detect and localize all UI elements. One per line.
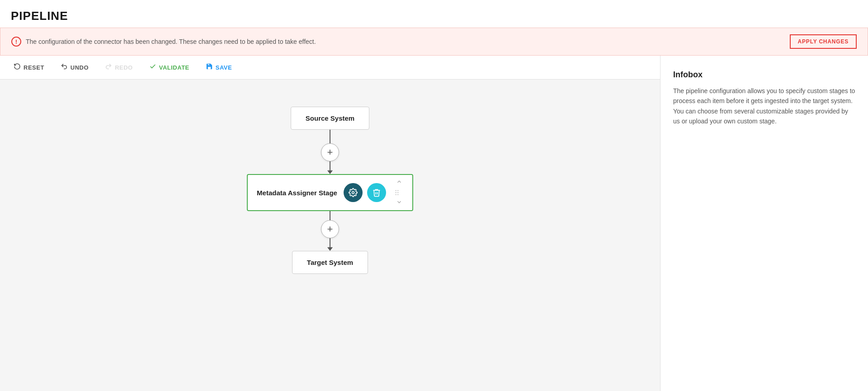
drag-icon (393, 188, 401, 197)
alert-left: ! The configuration of the connector has… (11, 37, 316, 47)
validate-icon (149, 63, 156, 72)
svg-point-2 (397, 190, 398, 191)
pipeline-flow: Source System + (247, 98, 413, 274)
trash-icon (372, 188, 381, 197)
svg-point-1 (396, 190, 396, 191)
stage-label: Metadata Assigner Stage (257, 189, 337, 197)
alert-text: The configuration of the connector has b… (26, 38, 316, 45)
chevron-up-area (392, 178, 406, 187)
target-system-label: Target System (307, 259, 353, 266)
infobox-title: Infobox (673, 70, 855, 80)
pipeline-canvas: Source System + (0, 80, 660, 391)
source-system-label: Source System (306, 114, 354, 122)
svg-point-6 (397, 194, 398, 195)
redo-icon (105, 63, 112, 72)
source-system-node: Source System (291, 107, 369, 130)
main-content: RESET UNDO (0, 56, 868, 391)
reset-label: RESET (24, 64, 44, 71)
stage-drag-handle[interactable] (391, 186, 403, 199)
connector-arrow-2 (327, 247, 333, 251)
reset-button[interactable]: RESET (11, 61, 47, 74)
metadata-assigner-stage-node: Metadata Assigner Stage (247, 174, 413, 211)
save-icon (206, 63, 213, 72)
infobox-panel: Infobox The pipeline configuration allow… (660, 56, 868, 391)
stage-delete-button[interactable] (367, 183, 386, 202)
apply-changes-button[interactable]: APPLY CHANGES (790, 34, 857, 49)
svg-point-3 (396, 192, 396, 193)
gear-icon (349, 188, 358, 197)
page-title: PIPELINE (11, 9, 857, 23)
stage-settings-button[interactable] (344, 183, 363, 202)
alert-banner: ! The configuration of the connector has… (0, 28, 868, 56)
chevron-down-area (392, 198, 406, 207)
validate-button[interactable]: VALIDATE (146, 61, 192, 74)
target-system-node: Target System (292, 251, 368, 274)
page-wrapper: PIPELINE ! The configuration of the conn… (0, 0, 868, 391)
svg-point-4 (397, 192, 398, 193)
page-header: PIPELINE (0, 0, 868, 28)
toolbar: RESET UNDO (0, 56, 660, 80)
save-button[interactable]: SAVE (203, 61, 235, 74)
add-icon-1: + (327, 146, 333, 158)
connector-line-3 (330, 211, 330, 220)
stage-move-down-button[interactable] (392, 198, 406, 207)
save-label: SAVE (216, 64, 232, 71)
alert-icon: ! (11, 37, 21, 47)
connector-line-4 (330, 238, 330, 247)
validate-label: VALIDATE (159, 64, 189, 71)
pipeline-area: RESET UNDO (0, 56, 660, 391)
redo-button[interactable]: REDO (102, 61, 136, 74)
undo-button[interactable]: UNDO (58, 61, 91, 74)
undo-icon (61, 63, 68, 72)
infobox-text: The pipeline configuration allows you to… (673, 86, 855, 127)
undo-label: UNDO (71, 64, 89, 71)
add-stage-button-1[interactable]: + (321, 143, 339, 161)
svg-point-5 (396, 194, 396, 195)
stage-move-up-button[interactable] (392, 178, 406, 187)
redo-label: REDO (115, 64, 133, 71)
connector-line-1 (330, 130, 330, 143)
stage-node-inner: Metadata Assigner Stage (248, 175, 412, 210)
connector-arrow-1 (327, 170, 333, 174)
reset-icon (14, 63, 21, 72)
add-stage-button-2[interactable]: + (321, 220, 339, 238)
connector-line-2 (330, 161, 330, 170)
svg-point-0 (352, 192, 354, 194)
add-icon-2: + (327, 223, 333, 235)
